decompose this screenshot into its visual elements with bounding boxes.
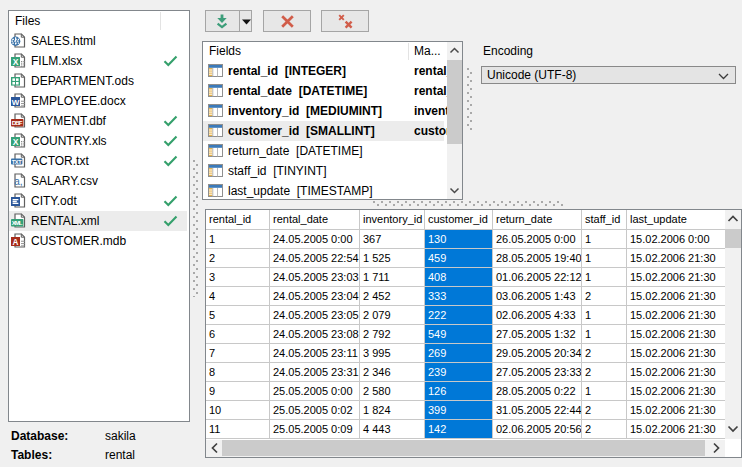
svg-text:a,: a, [14, 175, 23, 187]
svg-text:DBF: DBF [12, 119, 23, 126]
svg-text:XML: XML [12, 219, 23, 226]
svg-text:W: W [12, 98, 20, 107]
svg-text:TXT: TXT [12, 159, 22, 165]
svg-text:X: X [13, 137, 19, 147]
svg-text:X: X [13, 57, 19, 67]
svg-text:A: A [13, 238, 19, 247]
